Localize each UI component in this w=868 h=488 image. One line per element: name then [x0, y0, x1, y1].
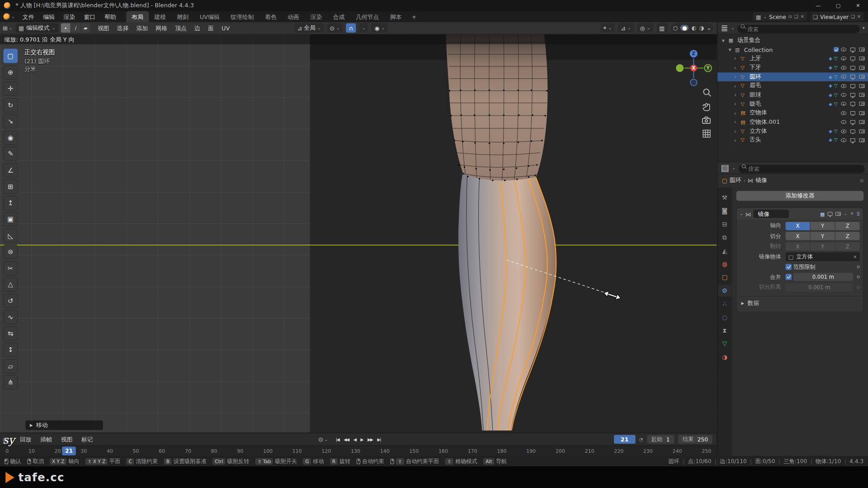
- viewport-menu-item[interactable]: 面: [204, 23, 217, 33]
- outliner-object-row[interactable]: › ▽ ▤ 圆环 ◈ ▽: [717, 72, 868, 81]
- mirror-axis-button[interactable]: Z: [835, 221, 860, 230]
- expand-arrow-icon[interactable]: ›: [734, 128, 741, 134]
- material-shading-button[interactable]: ◐: [692, 25, 697, 31]
- workspace-tab[interactable]: UV编辑: [194, 11, 225, 22]
- gizmo-z-neg[interactable]: [690, 79, 697, 86]
- auto-keyframe-toggle[interactable]: ⊙⌄: [316, 436, 331, 443]
- merge-checkbox[interactable]: [786, 274, 792, 280]
- expand-arrow-icon[interactable]: ›: [734, 74, 741, 80]
- tool-scale[interactable]: ↘: [3, 114, 18, 128]
- disable-viewport-toggle[interactable]: [850, 102, 855, 106]
- snap-settings-dropdown[interactable]: ⌄: [359, 23, 368, 33]
- disable-viewport-toggle[interactable]: [850, 84, 855, 88]
- object-name[interactable]: 空物体.001: [750, 118, 841, 126]
- object-name[interactable]: 睫毛: [750, 100, 829, 108]
- close-button[interactable]: ✕: [848, 0, 868, 11]
- menu-item[interactable]: 窗口: [80, 11, 100, 22]
- tool-tweak-select[interactable]: ▢: [3, 49, 18, 63]
- disable-viewport-toggle[interactable]: [850, 138, 855, 142]
- mode-dropdown[interactable]: ▦ 编辑模式 ⌄: [15, 23, 59, 33]
- expand-arrow-icon[interactable]: ›: [734, 110, 741, 116]
- overlays-dropdown[interactable]: ◎ ⌄: [637, 23, 653, 33]
- object-name[interactable]: 立方体: [750, 127, 829, 135]
- outliner-object-row[interactable]: › ▽ ▤ 上牙 ◈ ▽: [717, 54, 868, 63]
- vertex-select-button[interactable]: ∙: [61, 23, 71, 33]
- viewlayer-selector[interactable]: ❏ ViewLayer ❏ ✕: [810, 12, 863, 21]
- outliner-object-row[interactable]: › ▽ ▤ 眼球 ◈ ▽: [717, 90, 868, 99]
- outliner-object-row[interactable]: › ▽ ▤ 眉毛 ◈ ▽: [717, 81, 868, 90]
- properties-tab-particles[interactable]: ∴: [718, 298, 731, 310]
- face-select-button[interactable]: ▰: [81, 23, 90, 33]
- object-name[interactable]: 眉毛: [750, 82, 829, 89]
- data-subpanel[interactable]: ▸ 数据: [739, 296, 861, 308]
- tool-bevel[interactable]: ◺: [3, 228, 18, 243]
- properties-tab-modifiers[interactable]: ⚙: [718, 285, 731, 297]
- remove-viewlayer-icon[interactable]: ✕: [857, 14, 861, 19]
- hide-viewport-toggle[interactable]: [841, 75, 846, 79]
- expand-arrow-icon[interactable]: ›: [734, 119, 741, 125]
- properties-tab-render[interactable]: ◙: [718, 205, 731, 217]
- rendered-shading-button[interactable]: ◑: [699, 25, 704, 31]
- playback-button[interactable]: ◀: [352, 436, 357, 443]
- proportional-editing-dropdown[interactable]: ◉ ⌄: [372, 23, 387, 33]
- clipping-checkbox[interactable]: [786, 264, 792, 270]
- timeline-menu-item[interactable]: 标记: [77, 434, 97, 445]
- menu-item[interactable]: 帮助: [100, 11, 120, 22]
- viewport-menu-item[interactable]: 边: [190, 23, 204, 33]
- disable-viewport-toggle[interactable]: [850, 93, 855, 97]
- disable-render-toggle[interactable]: [859, 102, 864, 106]
- disable-render-toggle[interactable]: [859, 120, 864, 124]
- properties-tab-physics[interactable]: ◌: [718, 311, 731, 323]
- clear-object-icon[interactable]: ✕: [853, 254, 857, 259]
- panel-expand-icon[interactable]: ⌄: [740, 211, 743, 216]
- flip-axis-button[interactable]: Y: [811, 242, 835, 250]
- expand-arrow-icon[interactable]: ›: [734, 83, 741, 89]
- workspace-tab[interactable]: 渲染: [305, 11, 327, 22]
- object-name[interactable]: 下牙: [750, 64, 829, 71]
- disable-render-toggle[interactable]: [859, 111, 864, 115]
- new-scene-icon[interactable]: ❏: [794, 14, 798, 19]
- hide-viewport-toggle[interactable]: [841, 47, 846, 52]
- minimize-button[interactable]: —: [808, 0, 828, 11]
- disable-viewport-toggle[interactable]: [850, 129, 855, 133]
- tool-add-cube[interactable]: ⊞: [3, 179, 18, 194]
- outliner-object-row[interactable]: › ▽ ▤ 空物体.001 ◈ ▽: [717, 117, 868, 127]
- properties-tab-tool[interactable]: ⚒: [718, 192, 731, 204]
- bisect-axis-button[interactable]: Z: [835, 232, 860, 240]
- object-name[interactable]: 空物体: [750, 109, 841, 117]
- expand-arrow-icon[interactable]: ▾: [722, 38, 729, 43]
- collection-label[interactable]: Collection: [744, 46, 834, 53]
- blender-menu-button[interactable]: ⌄: [0, 13, 18, 20]
- disable-viewport-toggle[interactable]: [850, 66, 855, 70]
- timeline-menu-item[interactable]: 插帧: [36, 434, 56, 445]
- tool-edge-slide[interactable]: ⇆: [3, 326, 18, 341]
- disable-render-toggle[interactable]: [859, 56, 864, 61]
- current-frame-field[interactable]: 21: [614, 435, 635, 444]
- frame-end-field[interactable]: 结束 250: [678, 435, 712, 444]
- tool-extrude[interactable]: ↥: [3, 196, 18, 210]
- leg-mesh-upper[interactable]: [446, 34, 547, 183]
- add-workspace-button[interactable]: +: [407, 11, 421, 22]
- expand-arrow-icon[interactable]: ›: [734, 56, 741, 61]
- object-visibility-dropdown[interactable]: ⌖ ⌄: [600, 23, 614, 33]
- flip-axis-button[interactable]: X: [786, 242, 810, 250]
- properties-tab-output[interactable]: ⊟: [718, 219, 731, 230]
- playback-button[interactable]: |◀: [335, 436, 340, 443]
- tool-shrink-fatten[interactable]: ↕: [3, 343, 18, 357]
- pivot-point-dropdown[interactable]: ⊙ ⌄: [327, 23, 343, 33]
- disable-render-toggle[interactable]: [859, 129, 864, 133]
- workspace-tab[interactable]: 动画: [282, 11, 305, 22]
- properties-tab-world[interactable]: ◍: [718, 258, 731, 270]
- properties-tab-object-data[interactable]: ▽: [718, 338, 731, 350]
- disable-render-toggle[interactable]: [859, 84, 864, 88]
- hide-viewport-toggle[interactable]: [841, 129, 846, 133]
- properties-tab-material[interactable]: ◑: [718, 352, 731, 363]
- outliner-object-row[interactable]: › ▽ ▤ 空物体 ◈ ▽: [717, 108, 868, 117]
- disable-viewport-toggle[interactable]: [850, 75, 855, 79]
- disable-render-toggle[interactable]: [859, 138, 864, 142]
- properties-tab-object[interactable]: ▢: [718, 272, 731, 283]
- flip-axis-button[interactable]: Z: [835, 242, 860, 250]
- solid-shading-button[interactable]: ●: [680, 25, 689, 31]
- mirror-object-field[interactable]: ▢ 立方体 ✕: [786, 252, 860, 261]
- workspace-tab[interactable]: 几何节点: [350, 11, 385, 22]
